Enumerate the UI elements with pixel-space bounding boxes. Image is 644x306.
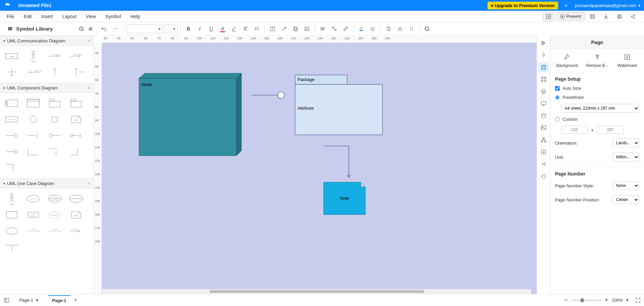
shape-object[interactable]: Object	[1, 48, 22, 64]
text-tool[interactable]: T	[268, 24, 278, 34]
group-header[interactable]: ▾ UML Component Diagram ×	[0, 83, 94, 93]
page-tab[interactable]: Page-1	[48, 295, 71, 305]
shape-actor-uc[interactable]: Actor	[1, 191, 22, 206]
zoom-in-button[interactable]: +	[605, 297, 608, 304]
menu-view[interactable]: View	[81, 12, 101, 21]
zoom-out-button[interactable]: −	[564, 297, 568, 304]
auto-size-checkbox[interactable]	[555, 86, 560, 91]
settings-tool[interactable]	[406, 24, 416, 34]
ruler-vertical[interactable]: 405060708090100110120130140150160170180	[94, 43, 102, 294]
menu-layout[interactable]: Layout	[58, 12, 81, 21]
width-input[interactable]	[561, 126, 588, 134]
menu-file[interactable]: File	[2, 12, 19, 21]
close-icon[interactable]: ×	[88, 85, 90, 90]
shape-component2[interactable]	[23, 95, 44, 111]
italic-button[interactable]: I	[195, 24, 205, 34]
search-icon[interactable]	[79, 26, 84, 32]
history-tab-icon[interactable]	[538, 171, 549, 182]
app-logo[interactable]	[3, 1, 11, 9]
font-size-select[interactable]: ▾	[164, 25, 178, 33]
shape-operation-u2[interactable]: Operation A()	[66, 65, 87, 80]
container-tool[interactable]	[290, 24, 301, 34]
canvas[interactable]: Node Package Attribute	[102, 43, 537, 294]
orientation-select[interactable]: Lands...	[612, 139, 639, 147]
highlight-button[interactable]	[229, 24, 239, 34]
shape-operation-l[interactable]: Operation A()	[23, 65, 44, 80]
custom-radio[interactable]	[555, 117, 560, 122]
shape-component[interactable]	[1, 95, 22, 111]
fill-color-button[interactable]	[356, 24, 366, 34]
shape-ext-point[interactable]: Use CaseExtension Points	[44, 191, 65, 206]
data-tab-icon[interactable]	[538, 110, 549, 121]
shape-ball-left[interactable]	[44, 128, 65, 143]
shape-operation-r[interactable]: Operation A()	[44, 48, 65, 64]
fullscreen-icon[interactable]	[635, 298, 641, 303]
shape-extend[interactable]: «extend»	[44, 223, 65, 239]
shape-system[interactable]	[1, 207, 22, 223]
collapse-icon[interactable]	[88, 26, 93, 32]
remove-bg-tab[interactable]: Remove B...	[583, 53, 611, 68]
shape-elbow[interactable]	[23, 144, 44, 159]
underline-button[interactable]: U	[206, 24, 216, 34]
crop-tool[interactable]	[383, 24, 394, 34]
close-icon[interactable]: ×	[88, 181, 90, 186]
menu-symbol[interactable]: Symbol	[101, 12, 126, 21]
shape-ball-both[interactable]	[66, 128, 87, 143]
shape-package[interactable]	[44, 95, 65, 111]
shape-operation-r2[interactable]: Operation A()	[66, 48, 87, 64]
shape-stereotype[interactable]: «component»	[1, 112, 22, 127]
upgrade-button[interactable]: ●Upgrade to Premium Version	[488, 2, 558, 9]
watermark-tab[interactable]: A Watermark	[613, 53, 641, 68]
present-button[interactable]: Present	[556, 12, 585, 21]
shape-sysactor[interactable]: «actor»System Actor	[23, 207, 44, 223]
user-account[interactable]: pizzaandparathaaa@gmail.com ▾	[575, 3, 641, 8]
shape-elbow-up[interactable]	[66, 144, 87, 159]
zoom-slider[interactable]	[571, 300, 601, 301]
shape-collab[interactable]: Collaboration X	[44, 207, 65, 223]
menu-edit[interactable]: Edit	[19, 12, 37, 21]
shape-actor[interactable]: Actor	[23, 48, 44, 64]
background-tab[interactable]: Background	[553, 53, 581, 68]
menu-insert[interactable]: Insert	[37, 12, 58, 21]
group-header[interactable]: ▾ UML Communication Diagram ×	[0, 36, 94, 46]
pn-style-select[interactable]: None	[612, 181, 639, 190]
layers-tab-icon[interactable]	[538, 86, 549, 97]
shape-include[interactable]: «include»	[23, 223, 44, 239]
page-select[interactable]: Page-1 ▾	[16, 296, 41, 304]
shape-ellipse-blank[interactable]	[1, 223, 22, 239]
focus-mode-button[interactable]	[543, 12, 554, 21]
shape-port[interactable]	[1, 144, 22, 159]
outline-icon[interactable]	[3, 297, 9, 303]
align-left-tool[interactable]	[318, 24, 328, 34]
image-tab-icon[interactable]	[538, 122, 549, 133]
menu-help[interactable]: Help	[126, 12, 145, 21]
undo-button[interactable]	[99, 24, 109, 34]
shape-square[interactable]	[44, 112, 65, 127]
close-icon[interactable]: ×	[88, 38, 90, 43]
print-icon[interactable]	[614, 12, 625, 21]
connector-tool[interactable]	[279, 24, 289, 34]
bold-button[interactable]: B	[183, 24, 193, 34]
zoom-value[interactable]: 100%	[612, 298, 623, 303]
chevron-down-icon[interactable]: ▾	[626, 298, 629, 303]
shape-package2[interactable]	[66, 95, 87, 111]
align-button[interactable]	[240, 24, 250, 34]
save-icon[interactable]	[587, 12, 598, 21]
shape-operation-u[interactable]	[44, 65, 65, 80]
pn-pos-select[interactable]: Center	[612, 195, 639, 204]
file-title[interactable]: Unnamed File1	[18, 3, 52, 8]
shape-circle[interactable]	[23, 112, 44, 127]
shape-tconn[interactable]	[1, 239, 22, 255]
shape-socket[interactable]	[23, 128, 44, 143]
shape-ext-point2[interactable]	[66, 191, 87, 206]
group-header[interactable]: ▾ UML Use Case Diagram ×	[0, 178, 94, 188]
library-icon[interactable]	[7, 26, 13, 32]
theme-tab-icon[interactable]	[538, 50, 549, 61]
shape-dashed-arrow[interactable]	[44, 144, 65, 159]
shape-lollipop[interactable]	[1, 128, 22, 143]
shape-operation-d[interactable]: Operation A()	[1, 65, 22, 80]
font-family-select[interactable]: ▾	[126, 25, 163, 33]
shape-usecase[interactable]: Use Case	[23, 191, 44, 206]
line-spacing-button[interactable]	[252, 24, 262, 34]
ruler-horizontal[interactable]: 3040506070809010011012013014015016017018…	[102, 36, 537, 43]
